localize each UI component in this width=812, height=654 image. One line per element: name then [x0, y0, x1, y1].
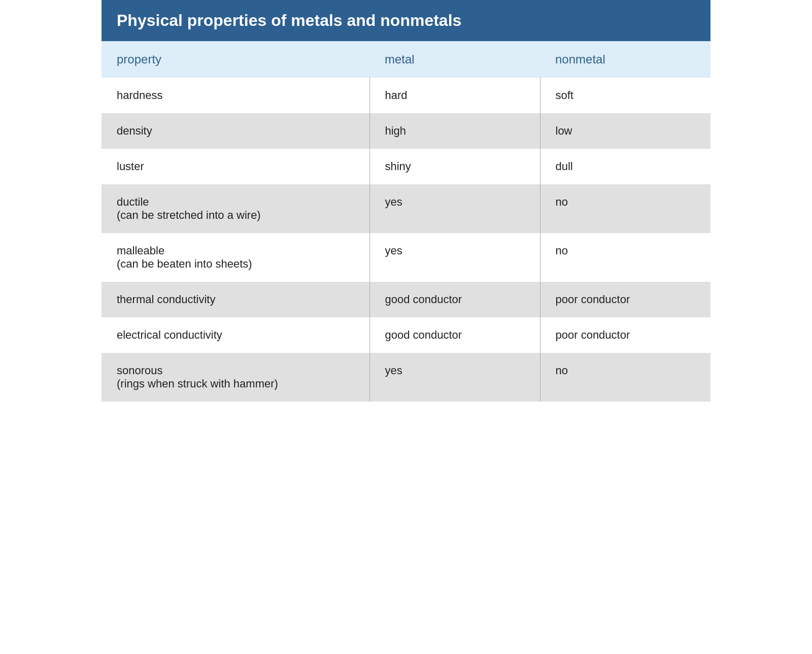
cell-property: malleable (can be beaten into sheets): [101, 233, 369, 282]
properties-table: property metal nonmetal hardnesshardsoft…: [101, 41, 710, 402]
cell-property: thermal conductivity: [101, 282, 369, 317]
cell-property: ductile (can be stretched into a wire): [101, 184, 369, 233]
cell-nonmetal: poor conductor: [540, 282, 710, 317]
header-nonmetal: nonmetal: [540, 41, 710, 78]
page-title: Physical properties of metals and nonmet…: [101, 0, 710, 41]
table-row: malleable (can be beaten into sheets)yes…: [101, 233, 710, 282]
table-row: lustershinydull: [101, 149, 710, 184]
table-container: Physical properties of metals and nonmet…: [101, 0, 710, 402]
header-metal: metal: [369, 41, 540, 78]
cell-nonmetal: dull: [540, 149, 710, 184]
cell-nonmetal: low: [540, 113, 710, 149]
cell-nonmetal: soft: [540, 78, 710, 113]
table-header-row: property metal nonmetal: [101, 41, 710, 78]
cell-property: density: [101, 113, 369, 149]
table-row: densityhighlow: [101, 113, 710, 149]
cell-metal: hard: [369, 78, 540, 113]
cell-property: hardness: [101, 78, 369, 113]
cell-metal: yes: [369, 233, 540, 282]
table-row: sonorous (rings when struck with hammer)…: [101, 353, 710, 402]
cell-nonmetal: no: [540, 184, 710, 233]
cell-metal: high: [369, 113, 540, 149]
cell-metal: shiny: [369, 149, 540, 184]
table-row: thermal conductivitygood conductorpoor c…: [101, 282, 710, 317]
cell-metal: yes: [369, 353, 540, 402]
cell-property: luster: [101, 149, 369, 184]
cell-nonmetal: no: [540, 353, 710, 402]
table-row: hardnesshardsoft: [101, 78, 710, 113]
cell-property: sonorous (rings when struck with hammer): [101, 353, 369, 402]
cell-property: electrical conductivity: [101, 317, 369, 353]
cell-nonmetal: no: [540, 233, 710, 282]
header-property: property: [101, 41, 369, 78]
table-row: ductile (can be stretched into a wire)ye…: [101, 184, 710, 233]
table-body: hardnesshardsoftdensityhighlowlustershin…: [101, 78, 710, 402]
cell-metal: yes: [369, 184, 540, 233]
cell-metal: good conductor: [369, 317, 540, 353]
cell-nonmetal: poor conductor: [540, 317, 710, 353]
cell-metal: good conductor: [369, 282, 540, 317]
table-row: electrical conductivitygood conductorpoo…: [101, 317, 710, 353]
